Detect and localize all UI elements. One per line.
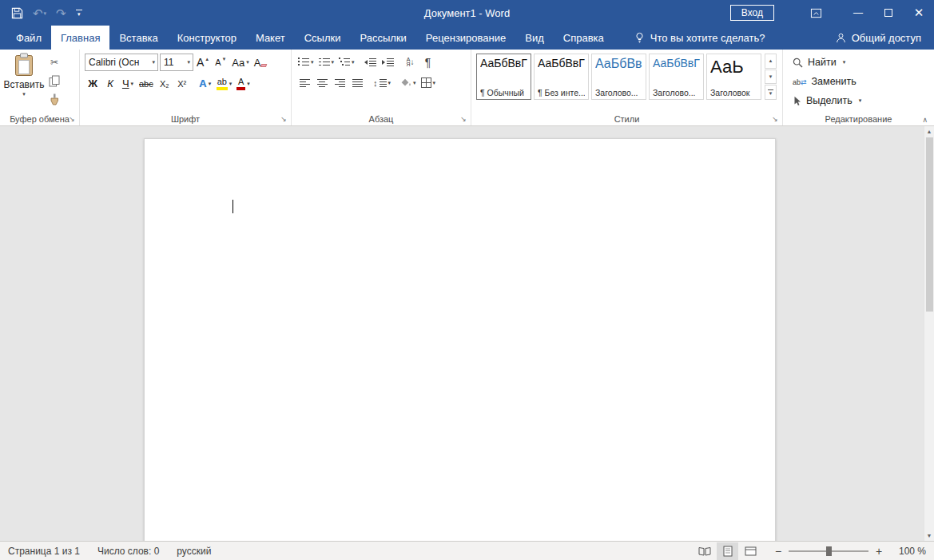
style-heading2[interactable]: АаБбВвГ Заголово... xyxy=(649,54,704,100)
tab-file[interactable]: Файл xyxy=(6,26,51,50)
web-layout-button[interactable] xyxy=(740,542,761,560)
close-button[interactable]: ✕ xyxy=(904,0,934,26)
font-dialog-launcher[interactable]: ↘ xyxy=(279,114,288,124)
zoom-slider-thumb[interactable] xyxy=(826,546,832,556)
scrollbar-thumb[interactable] xyxy=(926,137,933,312)
maximize-button[interactable] xyxy=(873,0,904,26)
italic-button[interactable]: К xyxy=(102,75,118,92)
align-left-button[interactable] xyxy=(296,74,312,91)
bold-button[interactable]: Ж xyxy=(85,75,101,92)
multilevel-list-button[interactable]: ▾ xyxy=(337,54,356,70)
print-layout-icon xyxy=(723,546,733,557)
save-button[interactable] xyxy=(11,7,23,19)
font-name-input[interactable] xyxy=(89,57,150,68)
tab-view[interactable]: Вид xyxy=(515,26,554,50)
numbering-button[interactable]: ▾ xyxy=(317,54,336,70)
tab-review[interactable]: Рецензирование xyxy=(416,26,515,50)
font-color-button[interactable]: А▾ xyxy=(235,75,252,92)
vertical-scrollbar[interactable]: ▲ ▼ xyxy=(924,126,934,541)
minimize-button[interactable]: — xyxy=(843,0,873,26)
bullets-button[interactable]: ▾ xyxy=(296,54,316,70)
ribbon-display-options-button[interactable] xyxy=(801,0,830,26)
styles-dialog-launcher[interactable]: ↘ xyxy=(770,114,780,124)
scroll-up-arrow[interactable]: ▲ xyxy=(924,129,934,134)
word-count-status[interactable]: Число слов: 0 xyxy=(97,546,159,557)
find-button[interactable]: Найти ▾ xyxy=(793,54,932,70)
underline-button[interactable]: Ч▾ xyxy=(120,75,136,92)
font-color-label: А xyxy=(238,77,244,86)
styles-scroll-down-button[interactable]: ▼ xyxy=(765,70,777,85)
print-layout-button[interactable] xyxy=(717,542,738,560)
clear-formatting-button[interactable]: А xyxy=(252,54,269,71)
show-formatting-marks-button[interactable]: ¶ xyxy=(420,54,436,70)
replace-button[interactable]: ab⇄ Заменить xyxy=(793,73,932,89)
grow-font-button[interactable]: А▲ xyxy=(195,54,211,71)
highlight-button[interactable]: ab▾ xyxy=(215,75,234,92)
group-styles: АаБбВвГг, ¶ Обычный АаБбВвГг, ¶ Без инте… xyxy=(471,50,783,125)
read-mode-button[interactable] xyxy=(694,542,715,560)
redo-button[interactable]: ↷ xyxy=(56,7,66,19)
style-no-spacing[interactable]: АаБбВвГг, ¶ Без инте... xyxy=(534,54,589,100)
page-number-status[interactable]: Страница 1 из 1 xyxy=(8,546,80,557)
sign-in-button[interactable]: Вход xyxy=(730,5,774,21)
copy-button[interactable] xyxy=(45,73,64,89)
font-size-combo[interactable]: ▾ xyxy=(160,54,193,71)
text-effects-button[interactable]: А▾ xyxy=(197,75,213,92)
style-preview: АаЬ xyxy=(710,57,757,77)
cut-button[interactable]: ✂ xyxy=(45,54,64,70)
tab-home[interactable]: Главная xyxy=(51,26,109,50)
zoom-in-button[interactable]: + xyxy=(872,543,886,559)
tab-mailings[interactable]: Рассылки xyxy=(350,26,415,50)
subscript-button[interactable]: Х₂ xyxy=(157,75,173,92)
borders-button[interactable]: ▾ xyxy=(419,74,438,91)
document-page[interactable] xyxy=(144,138,776,541)
shading-button[interactable]: ▾ xyxy=(399,74,418,91)
line-spacing-button[interactable]: ↕▾ xyxy=(372,74,392,91)
tab-layout[interactable]: Макет xyxy=(246,26,295,50)
style-normal[interactable]: АаБбВвГг, ¶ Обычный xyxy=(476,54,531,100)
change-case-button[interactable]: Аа▾ xyxy=(230,54,251,71)
tell-me-box[interactable]: Что вы хотите сделать? xyxy=(625,26,775,50)
styles-gallery-more-button[interactable]: ▼ xyxy=(765,85,777,100)
grow-arrow-icon: ▲ xyxy=(205,57,209,62)
undo-button[interactable]: ↶▾ xyxy=(33,7,46,19)
align-right-button[interactable] xyxy=(332,74,348,91)
justify-button[interactable] xyxy=(349,74,365,91)
superscript-button[interactable]: Х² xyxy=(174,75,190,92)
tab-insert[interactable]: Вставка xyxy=(109,26,167,50)
format-painter-button[interactable] xyxy=(45,91,64,107)
share-label: Общий доступ xyxy=(852,32,921,44)
paste-label: Вставить xyxy=(4,79,45,90)
paste-button[interactable]: Вставить ▾ xyxy=(5,53,43,107)
language-status[interactable]: русский xyxy=(177,546,211,557)
copy-icon xyxy=(49,75,60,87)
change-case-label: Аа xyxy=(232,57,244,69)
font-name-combo[interactable]: ▾ xyxy=(85,54,158,71)
sort-button[interactable]: АЯ↓ xyxy=(403,54,419,70)
align-center-button[interactable] xyxy=(314,74,330,91)
select-button[interactable]: Выделить ▾ xyxy=(793,93,932,109)
paragraph-dialog-launcher[interactable]: ↘ xyxy=(459,114,468,124)
zoom-slider[interactable] xyxy=(789,550,868,552)
shrink-arrow-icon: ▼ xyxy=(221,57,226,62)
tab-references[interactable]: Ссылки xyxy=(295,26,351,50)
grow-font-label: А xyxy=(197,56,204,69)
shrink-font-button[interactable]: А▼ xyxy=(213,54,229,71)
customize-quick-access-button[interactable]: ▾ xyxy=(76,10,82,16)
styles-scroll-up-button[interactable]: ▲ xyxy=(765,54,777,69)
style-title[interactable]: АаЬ Заголовок xyxy=(706,54,761,100)
font-size-input[interactable] xyxy=(164,57,185,68)
collapse-ribbon-button[interactable]: ∧ xyxy=(922,116,928,124)
style-heading1[interactable]: АаБбВв Заголово... xyxy=(591,54,646,100)
tab-help[interactable]: Справка xyxy=(554,26,614,50)
decrease-indent-button[interactable] xyxy=(363,54,379,70)
tab-design[interactable]: Конструктор xyxy=(168,26,246,50)
clipboard-dialog-launcher[interactable]: ↘ xyxy=(67,114,77,124)
indent-arrow-icon xyxy=(382,60,385,65)
share-button[interactable]: Общий доступ xyxy=(823,26,934,50)
strikethrough-button[interactable]: abc xyxy=(137,75,155,92)
increase-indent-button[interactable] xyxy=(380,54,396,70)
scroll-down-arrow[interactable]: ▼ xyxy=(924,533,934,538)
zoom-out-button[interactable]: − xyxy=(771,543,785,559)
zoom-level[interactable]: 100 % xyxy=(891,546,926,557)
